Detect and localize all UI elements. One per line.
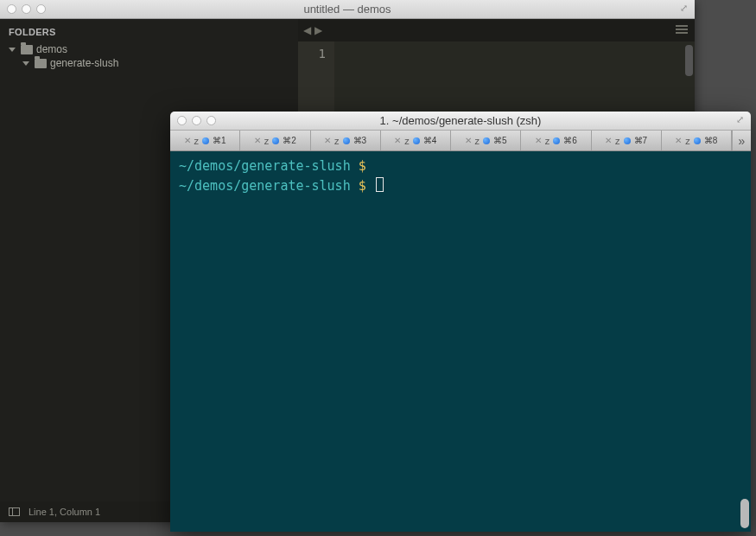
tabs-overflow-icon[interactable]: » [732,131,751,150]
terminal-title: 1. ~/demos/generate-slush (zsh) [170,114,751,127]
prompt-symbol: $ [359,158,366,174]
minimize-icon[interactable] [192,116,201,125]
cursor-icon [376,177,384,192]
terminal-tab[interactable]: ✕z⌘2 [240,131,310,150]
tree-item[interactable]: generate-slush [0,56,298,70]
editor-tabbar: ◀ ▶ [298,19,695,41]
cursor-position: Line 1, Column 1 [29,507,100,517]
expand-icon[interactable]: ⤢ [734,114,746,126]
prompt-path: ~/demos/generate-slush [179,178,359,194]
close-tab-icon[interactable]: ✕ [324,136,331,145]
terminal-tabbar: ✕z⌘1✕z⌘2✕z⌘3✕z⌘4✕z⌘5✕z⌘6✕z⌘7✕z⌘8» [170,131,751,151]
terminal-titlebar[interactable]: 1. ~/demos/generate-slush (zsh) ⤢ [170,112,751,131]
prompt-path: ~/demos/generate-slush [179,158,359,174]
tab-label: z [264,136,270,146]
tab-shortcut: ⌘8 [704,136,718,145]
terminal-body[interactable]: ~/demos/generate-slush $~/demos/generate… [170,151,751,532]
close-tab-icon[interactable]: ✕ [535,136,542,145]
tab-shortcut: ⌘4 [423,136,437,145]
close-tab-icon[interactable]: ✕ [675,136,682,145]
terminal-scrollbar[interactable] [740,499,749,528]
activity-dot-icon [343,137,350,144]
tab-label: z [685,136,690,146]
line-number: 1 [298,47,326,61]
close-tab-icon[interactable]: ✕ [605,136,612,145]
tab-label: z [545,136,550,146]
window-controls [0,4,46,14]
activity-dot-icon [483,137,490,144]
terminal-tab[interactable]: ✕z⌘5 [451,131,521,150]
terminal-tab[interactable]: ✕z⌘8 [662,131,732,150]
prompt-symbol: $ [359,178,366,194]
close-icon[interactable] [177,116,187,125]
activity-dot-icon [202,137,209,144]
terminal-tab[interactable]: ✕z⌘7 [592,131,662,150]
zoom-icon[interactable] [206,116,216,125]
tab-shortcut: ⌘3 [353,136,367,145]
editor-title: untitled — demos [0,3,695,16]
close-tab-icon[interactable]: ✕ [254,136,261,145]
tab-shortcut: ⌘6 [563,136,577,145]
panel-toggle-icon[interactable] [9,507,20,516]
expand-icon[interactable]: ⤢ [677,3,689,15]
folder-icon [21,45,33,54]
terminal-line: ~/demos/generate-slush $ [179,176,742,196]
minimize-icon[interactable] [22,4,31,14]
activity-dot-icon [413,137,420,144]
close-tab-icon[interactable]: ✕ [394,136,401,145]
tab-label: z [475,136,480,146]
tab-label: z [404,136,410,146]
chevron-down-icon [9,48,16,52]
activity-dot-icon [553,137,560,144]
editor-titlebar[interactable]: untitled — demos ⤢ [0,0,695,19]
tree-item-label: generate-slush [50,57,118,69]
tab-label: z [194,136,200,146]
activity-dot-icon [694,137,701,144]
tab-shortcut: ⌘5 [493,136,507,145]
tab-shortcut: ⌘1 [213,136,226,145]
chevron-down-icon [22,61,29,66]
terminal-line: ~/demos/generate-slush $ [179,156,742,176]
tree-item[interactable]: demos [0,42,298,56]
tab-prev-icon[interactable]: ◀ [303,24,311,36]
close-tab-icon[interactable]: ✕ [184,136,191,145]
activity-dot-icon [272,137,279,144]
tab-label: z [615,136,620,146]
tab-menu-icon[interactable] [676,25,688,34]
sidebar-header: FOLDERS [0,24,298,42]
tab-shortcut: ⌘2 [283,136,296,145]
folder-tree: demosgenerate-slush [0,42,298,70]
tab-label: z [334,136,340,146]
tab-shortcut: ⌘7 [634,136,648,145]
tab-next-icon[interactable]: ▶ [314,24,322,36]
activity-dot-icon [624,137,631,144]
terminal-tab[interactable]: ✕z⌘4 [381,131,451,150]
zoom-icon[interactable] [36,4,46,14]
folder-icon [35,59,47,68]
close-icon[interactable] [7,4,16,14]
close-tab-icon[interactable]: ✕ [465,136,472,145]
terminal-tab[interactable]: ✕z⌘6 [521,131,591,150]
tab-nav-arrows: ◀ ▶ [303,24,322,36]
tree-item-label: demos [36,43,67,55]
terminal-tab[interactable]: ✕z⌘1 [170,131,240,150]
terminal-tab[interactable]: ✕z⌘3 [311,131,381,150]
terminal-window: 1. ~/demos/generate-slush (zsh) ⤢ ✕z⌘1✕z… [170,112,751,532]
window-controls [170,116,216,125]
editor-scrollbar[interactable] [685,45,693,76]
